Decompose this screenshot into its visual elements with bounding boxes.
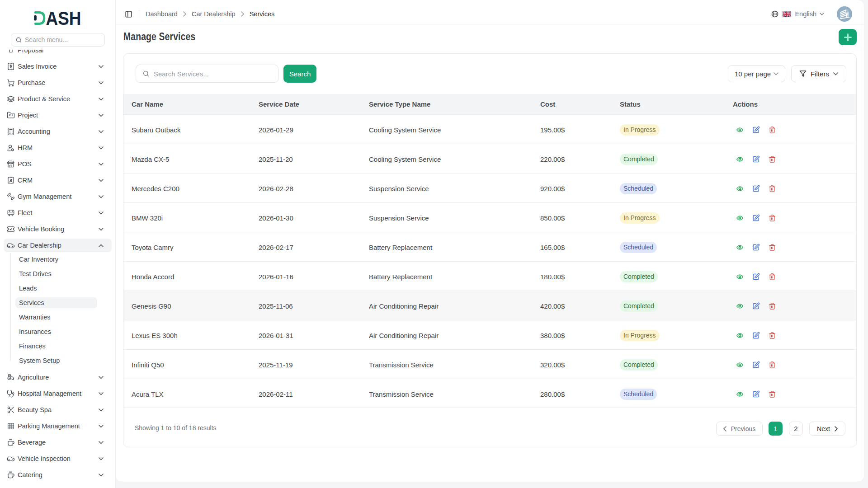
svg-text:ASH: ASH bbox=[46, 9, 81, 26]
